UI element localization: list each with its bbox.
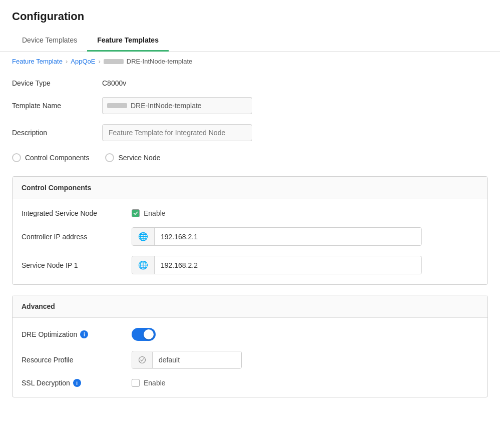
integrated-service-node-checkbox[interactable] (132, 209, 140, 217)
globe-icon-2: 🌐 (138, 260, 148, 270)
service-node-ip-input-wrapper: 🌐 (132, 256, 422, 274)
radio-service-node[interactable]: Service Node (105, 153, 160, 162)
integrated-service-node-checkbox-wrapper: Enable (132, 209, 166, 217)
breadcrumb-redacted-block (104, 59, 124, 64)
dre-optimization-toggle-wrapper (132, 328, 156, 341)
controller-ip-input[interactable] (155, 228, 421, 245)
ssl-decryption-info-icon[interactable]: i (73, 379, 81, 387)
controller-ip-row: Controller IP address 🌐 (22, 227, 478, 246)
service-node-ip-label: Service Node IP 1 (22, 261, 132, 269)
service-node-ip-input[interactable] (155, 257, 421, 274)
breadcrumb-feature-template[interactable]: Feature Template (12, 58, 63, 65)
check-circle-icon (138, 356, 146, 364)
dre-optimization-label-text: DRE Optimization (22, 330, 77, 338)
dre-optimization-row: DRE Optimization i (22, 328, 478, 341)
template-name-row: Template Name (12, 97, 488, 114)
dre-optimization-toggle[interactable] (132, 328, 156, 341)
resource-profile-input-wrapper (132, 351, 242, 369)
breadcrumb: Feature Template › AppQoE › DRE-IntNode-… (0, 52, 500, 71)
resource-profile-input[interactable] (153, 351, 241, 368)
integrated-service-node-row: Integrated Service Node Enable (22, 209, 478, 217)
service-node-ip-globe-button[interactable]: 🌐 (132, 256, 155, 274)
description-row: Description (12, 124, 488, 141)
radio-service-node-circle (105, 153, 114, 162)
description-label: Description (12, 129, 102, 137)
radio-control-components-label: Control Components (25, 154, 89, 162)
control-components-header: Control Components (13, 177, 487, 199)
resource-profile-label: Resource Profile (22, 356, 132, 364)
controller-ip-input-wrapper: 🌐 (132, 227, 422, 246)
device-type-value: C8000v (102, 79, 126, 87)
breadcrumb-template-name: DRE-IntNode-template (127, 58, 193, 65)
tab-device-templates[interactable]: Device Templates (12, 31, 87, 52)
advanced-header: Advanced (13, 295, 487, 318)
device-type-label: Device Type (12, 79, 102, 87)
page-title: Configuration (12, 10, 488, 23)
resource-profile-icon-button[interactable] (132, 352, 153, 368)
resource-profile-row: Resource Profile (22, 351, 478, 369)
svg-point-0 (139, 357, 146, 363)
ssl-decryption-row: SSL Decryption i Enable (22, 379, 478, 387)
control-components-section: Control Components Integrated Service No… (12, 176, 488, 285)
breadcrumb-sep-2: › (98, 58, 100, 65)
integrated-service-node-label: Integrated Service Node (22, 209, 132, 217)
service-node-ip-row: Service Node IP 1 🌐 (22, 256, 478, 274)
ssl-decryption-checkbox[interactable] (132, 379, 140, 387)
breadcrumb-appqoe[interactable]: AppQoE (71, 58, 95, 65)
controller-ip-globe-button[interactable]: 🌐 (132, 228, 155, 245)
radio-service-node-label: Service Node (118, 154, 160, 162)
ssl-decryption-enable-label: Enable (144, 379, 166, 387)
template-name-redacted (107, 103, 127, 108)
dre-optimization-info-icon[interactable]: i (80, 330, 88, 338)
breadcrumb-sep-1: › (66, 58, 68, 65)
radio-control-components-circle (12, 153, 21, 162)
radio-control-components[interactable]: Control Components (12, 153, 89, 162)
tab-bar: Device Templates Feature Templates (12, 31, 488, 51)
dre-optimization-label: DRE Optimization i (22, 330, 132, 338)
globe-icon-1: 🌐 (138, 232, 148, 241)
ssl-decryption-label-text: SSL Decryption (22, 379, 70, 387)
ssl-decryption-checkbox-wrapper: Enable (132, 379, 166, 387)
controller-ip-label: Controller IP address (22, 233, 132, 241)
dre-optimization-toggle-knob (144, 329, 154, 339)
tab-feature-templates[interactable]: Feature Templates (87, 31, 169, 52)
integrated-service-node-enable-label: Enable (144, 209, 166, 217)
template-name-label: Template Name (12, 102, 102, 110)
breadcrumb-current: DRE-IntNode-template (104, 58, 193, 65)
advanced-section: Advanced DRE Optimization i (12, 295, 488, 397)
radio-group: Control Components Service Node (12, 153, 488, 162)
device-type-row: Device Type C8000v (12, 79, 488, 87)
ssl-decryption-label: SSL Decryption i (22, 379, 132, 387)
description-input[interactable] (102, 124, 252, 141)
